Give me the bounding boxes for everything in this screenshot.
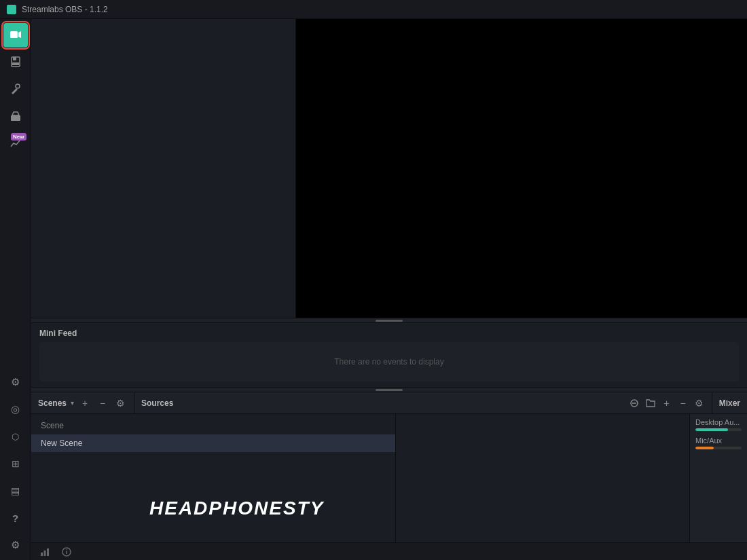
resize-bar-1	[376, 320, 403, 322]
mixer-toolbar: Mixer	[712, 392, 747, 413]
resize-handle-1[interactable]	[31, 318, 747, 323]
mini-feed-content: There are no events to display	[39, 342, 739, 381]
mask-icon: ◎	[11, 403, 20, 415]
svg-rect-7	[11, 115, 20, 121]
gear2-icon: ⚙	[11, 539, 20, 551]
bottom-panels: Scenes ▾ + − ⚙ Sources	[31, 392, 747, 542]
sidebar-item-help[interactable]: ?	[3, 506, 28, 530]
scenes-dropdown-icon[interactable]: ▾	[71, 399, 74, 407]
settings-icon: ⚙	[11, 376, 20, 388]
mixer-bar-fill-1	[695, 447, 714, 449]
scenes-label: Scenes	[38, 398, 67, 408]
title-icon	[7, 5, 16, 14]
sidebar-item-plugins[interactable]: ⬡	[3, 424, 28, 449]
mixer-item-1: Mic/Aux	[695, 436, 742, 449]
sidebar-item-grid[interactable]: ⊞	[3, 451, 28, 476]
mixer-panel: Desktop Au... Mic/Aux	[689, 414, 747, 542]
sidebar-item-store[interactable]	[3, 105, 28, 129]
sources-toolbar: Sources	[134, 392, 180, 413]
mixer-bar-fill-0	[695, 428, 728, 431]
statusbar	[31, 542, 747, 560]
scenes-toolbar: Scenes ▾ + − ⚙	[31, 392, 134, 413]
sources-toolbar-right: + − ⚙	[627, 396, 706, 410]
tools-icon	[10, 83, 21, 96]
svg-rect-4	[13, 57, 16, 60]
scene-item-1[interactable]: New Scene	[31, 434, 395, 452]
scenes-panel: Scene New Scene	[31, 414, 396, 542]
add-scene-button[interactable]: +	[78, 396, 92, 410]
svg-rect-9	[41, 553, 43, 556]
svg-point-6	[16, 84, 20, 88]
sidebar-item-tools[interactable]	[3, 77, 28, 102]
remove-scene-button[interactable]: −	[96, 396, 109, 410]
stats-icon[interactable]	[38, 545, 52, 559]
store-icon	[10, 111, 21, 124]
mini-feed-title: Mini Feed	[39, 329, 739, 338]
plugins-icon: ⬡	[12, 432, 19, 442]
sources-panel	[396, 414, 689, 542]
scene-preview-left	[31, 19, 296, 318]
remove-source-button[interactable]: −	[676, 396, 690, 410]
mini-feed-empty: There are no events to display	[334, 357, 443, 367]
svg-rect-0	[8, 6, 15, 13]
scene-item-0[interactable]: Scene	[31, 417, 395, 434]
svg-rect-10	[44, 550, 46, 556]
bottom-toolbar: Scenes ▾ + − ⚙ Sources	[31, 392, 747, 414]
svg-rect-1	[10, 31, 18, 38]
sources-label: Sources	[141, 398, 173, 408]
sidebar-item-mask[interactable]: ◎	[3, 397, 28, 422]
sidebar-item-save[interactable]	[3, 50, 28, 75]
mixer-bar-bg-0	[695, 428, 742, 431]
scene-list: Scene New Scene	[31, 414, 395, 455]
sidebar-item-stream[interactable]	[3, 23, 28, 48]
mixer-bar-bg-1	[695, 447, 742, 449]
mixer-label: Mixer	[719, 398, 740, 408]
panel-content: Scene New Scene Desktop Au...	[31, 414, 747, 542]
help-icon: ?	[12, 512, 18, 524]
preview-area	[31, 19, 747, 318]
svg-point-14	[66, 549, 67, 550]
svg-rect-5	[12, 62, 19, 65]
sidebar: New ⚙ ◎ ⬡ ⊞ ▤ ? ⚙	[0, 19, 31, 560]
bars-icon: ▤	[11, 485, 20, 496]
source-settings-button[interactable]: ⚙	[693, 396, 706, 410]
mixer-channel-name-0: Desktop Au...	[695, 418, 742, 426]
resize-handle-2[interactable]	[31, 387, 747, 392]
sidebar-item-settings-bottom[interactable]: ⚙	[3, 370, 28, 394]
sidebar-item-analytics[interactable]: New	[3, 132, 28, 156]
info-status-icon[interactable]	[60, 545, 73, 559]
source-folder-button[interactable]	[644, 396, 657, 410]
sidebar-item-gear2[interactable]: ⚙	[3, 533, 28, 557]
add-source-button[interactable]: +	[660, 396, 674, 410]
source-audio-button[interactable]	[627, 396, 641, 410]
sidebar-item-bars[interactable]: ▤	[3, 479, 28, 503]
mixer-channel-name-1: Mic/Aux	[695, 436, 742, 445]
scene-preview-right	[296, 19, 747, 318]
grid-icon: ⊞	[12, 458, 20, 469]
titlebar: Streamlabs OBS - 1.1.2	[0, 0, 747, 19]
mini-feed: Mini Feed There are no events to display	[31, 323, 747, 387]
resize-bar-2	[376, 389, 403, 391]
scene-settings-button[interactable]: ⚙	[113, 396, 127, 410]
mixer-item-0: Desktop Au...	[695, 418, 742, 431]
svg-rect-11	[47, 548, 49, 556]
new-badge: New	[11, 133, 26, 141]
svg-marker-2	[18, 31, 21, 38]
save-icon	[10, 56, 21, 69]
title-text: Streamlabs OBS - 1.1.2	[22, 5, 108, 14]
camera-icon	[10, 29, 22, 43]
